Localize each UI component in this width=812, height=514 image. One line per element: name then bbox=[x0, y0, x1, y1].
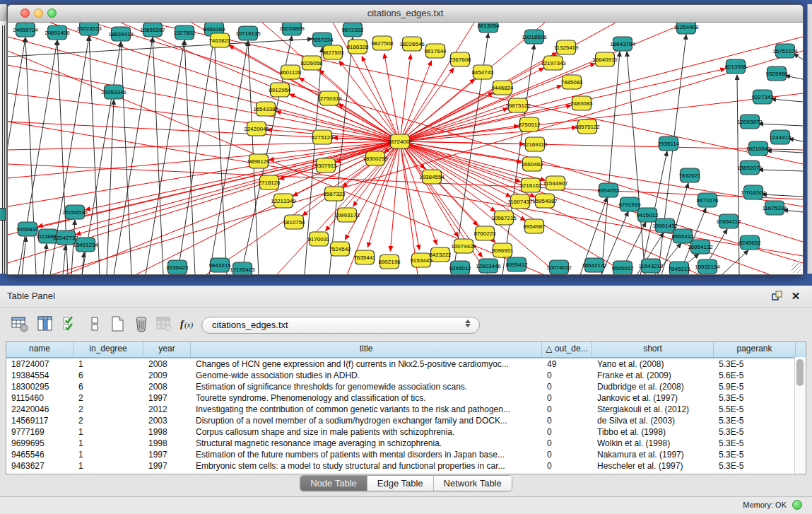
graph-node[interactable]: 7635441 bbox=[353, 250, 376, 264]
graph-node[interactable]: 11607437 bbox=[508, 194, 534, 209]
graph-node[interactable]: 19875122 bbox=[505, 98, 531, 112]
column-header-out_de[interactable]: △ out_de... bbox=[542, 342, 592, 357]
graph-node[interactable]: 9572302 bbox=[341, 23, 364, 37]
graph-node[interactable]: 9415012 bbox=[636, 208, 659, 222]
graph-node[interactable]: 11254408 bbox=[674, 23, 700, 34]
graph-node[interactable]: 18300295 bbox=[363, 151, 388, 165]
graph-node[interactable]: 24055724 bbox=[13, 23, 38, 37]
graph-node[interactable]: 12750312 bbox=[317, 91, 342, 105]
graph-node[interactable]: 1660462 bbox=[521, 157, 543, 171]
scrollbar-thumb[interactable] bbox=[796, 359, 804, 386]
graph-node[interactable]: 7524542 bbox=[329, 242, 351, 256]
graph-node[interactable]: 2483083 bbox=[570, 96, 593, 110]
float-panel-icon[interactable] bbox=[771, 290, 784, 303]
graph-node[interactable]: 18839419 bbox=[108, 27, 134, 41]
graph-node[interactable]: 19218506 bbox=[522, 30, 547, 44]
graph-node[interactable]: 8471676 bbox=[696, 193, 719, 207]
tab-network-table[interactable]: Network Table bbox=[434, 476, 512, 491]
graph-node[interactable]: 9617644 bbox=[424, 44, 447, 58]
graph-node[interactable]: 8954987 bbox=[523, 219, 546, 233]
graph-node[interactable]: 8954052 bbox=[597, 183, 620, 197]
table-row[interactable]: 1938455462009Genome-wide association stu… bbox=[6, 370, 806, 381]
network-graph[interactable]: 2405572420691406152235131883941910655287… bbox=[8, 23, 803, 274]
table-row[interactable]: 946362711997Embryonic stem cells: a mode… bbox=[6, 460, 806, 472]
graph-node[interactable]: 16640910 bbox=[592, 52, 618, 66]
graph-node[interactable]: 18575122 bbox=[575, 119, 600, 134]
graph-node[interactable]: 8186328 bbox=[346, 40, 369, 54]
graph-node[interactable]: 1244413 bbox=[769, 130, 792, 144]
graph-node[interactable]: 11543210 bbox=[639, 259, 664, 273]
graph-node[interactable]: 12213349 bbox=[271, 194, 296, 208]
graph-node[interactable]: 7832621 bbox=[678, 168, 701, 182]
graph-node[interactable]: 1810754 bbox=[283, 215, 305, 229]
graph-node[interactable]: 15692071 bbox=[737, 160, 763, 175]
graph-node[interactable]: 10567215 bbox=[491, 211, 517, 225]
graph-node[interactable]: 8156423 bbox=[166, 260, 189, 274]
graph-node[interactable]: 8454743 bbox=[471, 65, 494, 79]
graph-node[interactable]: 10993173 bbox=[334, 208, 360, 222]
graph-node[interactable]: 2718126 bbox=[258, 175, 281, 189]
graph-node[interactable]: 12093873 bbox=[737, 115, 763, 129]
table-row[interactable]: 977716911998Corpus callosum shape and si… bbox=[6, 426, 806, 438]
graph-node[interactable]: 8567323 bbox=[323, 187, 346, 201]
graph-node[interactable]: 10655287 bbox=[140, 23, 165, 37]
network-canvas[interactable]: 2405572420691406152235131883941910655287… bbox=[8, 23, 803, 274]
graph-node[interactable]: 8902196 bbox=[378, 255, 401, 269]
table-row[interactable]: 946554611997Estimation of the future num… bbox=[6, 449, 806, 460]
graph-node[interactable]: 18724007 bbox=[387, 134, 413, 148]
column-header-short[interactable]: short bbox=[592, 342, 714, 357]
column-header-name[interactable]: name bbox=[6, 342, 73, 357]
graph-node[interactable]: 9307913 bbox=[314, 158, 337, 173]
column-header-year[interactable]: year bbox=[143, 342, 191, 357]
graph-node[interactable]: 9096951 bbox=[491, 243, 514, 257]
graph-node[interactable]: 10654112 bbox=[717, 214, 742, 228]
graph-node[interactable]: 7463822 bbox=[208, 33, 231, 47]
graph-node[interactable]: 9943215 bbox=[208, 258, 231, 272]
graph-node[interactable]: 7857224 bbox=[311, 33, 334, 47]
graph-node[interactable]: 11544907 bbox=[543, 176, 569, 190]
table-row[interactable]: 1830029562008Estimation of significance … bbox=[6, 381, 806, 392]
graph-node[interactable]: 8601128 bbox=[280, 65, 302, 79]
graph-node[interactable]: 9896129 bbox=[247, 154, 270, 168]
graph-node[interactable]: 17195423 bbox=[230, 262, 255, 274]
graph-node[interactable]: 8423222 bbox=[429, 247, 452, 262]
graph-node[interactable]: 8213958 bbox=[724, 59, 747, 74]
graph-node[interactable]: 15954987 bbox=[532, 194, 558, 208]
graph-node[interactable]: 2935114 bbox=[658, 136, 680, 151]
table-row[interactable]: 1456911722003Disruption of a novel membe… bbox=[6, 415, 806, 426]
graph-node[interactable]: 8912954 bbox=[269, 83, 291, 97]
graph-node[interactable]: 10074012 bbox=[546, 260, 572, 274]
graph-node[interactable]: 9446824 bbox=[491, 81, 514, 95]
window-titlebar[interactable]: citations_edges.txt bbox=[8, 5, 803, 23]
graph-node[interactable]: 16643784 bbox=[610, 37, 635, 51]
graph-node[interactable]: 11325419 bbox=[554, 40, 579, 54]
graph-node[interactable]: 10719135 bbox=[235, 26, 261, 40]
graph-node[interactable]: 8760223 bbox=[473, 226, 496, 240]
graph-node[interactable]: 8813054 bbox=[477, 23, 500, 33]
graph-node[interactable]: 8750512 bbox=[518, 117, 541, 132]
graph-node[interactable]: 9245012 bbox=[449, 261, 471, 274]
graph-node[interactable]: 8226058 bbox=[300, 56, 323, 70]
graph-node[interactable]: 16542132 bbox=[582, 258, 607, 272]
graph-node[interactable]: 3216162 bbox=[519, 178, 542, 192]
table-row[interactable]: 969969511998Structural magnetic resonanc… bbox=[6, 438, 806, 449]
select-rows-icon[interactable] bbox=[61, 314, 81, 334]
graph-node[interactable]: 9827508 bbox=[371, 36, 394, 50]
graph-node[interactable]: 2367608 bbox=[449, 52, 471, 66]
window-resize-grip-icon[interactable] bbox=[792, 263, 801, 273]
column-header-title[interactable]: title bbox=[191, 342, 542, 357]
table-vertical-scrollbar[interactable] bbox=[794, 357, 806, 474]
graph-node[interactable]: 4275123 bbox=[311, 130, 334, 144]
graph-node[interactable]: 22420046 bbox=[244, 122, 269, 136]
graph-node[interactable]: 1527802 bbox=[173, 25, 196, 40]
graph-node[interactable]: 15223513 bbox=[76, 23, 102, 35]
row-height-icon[interactable] bbox=[85, 314, 105, 334]
delete-icon[interactable] bbox=[131, 314, 151, 334]
column-header-pagerank[interactable]: pagerank bbox=[714, 342, 796, 357]
tab-edge-table[interactable]: Edge Table bbox=[367, 476, 434, 491]
graph-node[interactable]: 9329966 bbox=[765, 66, 788, 81]
graph-node[interactable]: 6791910 bbox=[618, 197, 641, 211]
graph-node[interactable]: 16033809 bbox=[279, 23, 305, 35]
import-table-icon[interactable] bbox=[154, 314, 174, 334]
column-header-in_degree[interactable]: in_degree bbox=[73, 342, 143, 357]
